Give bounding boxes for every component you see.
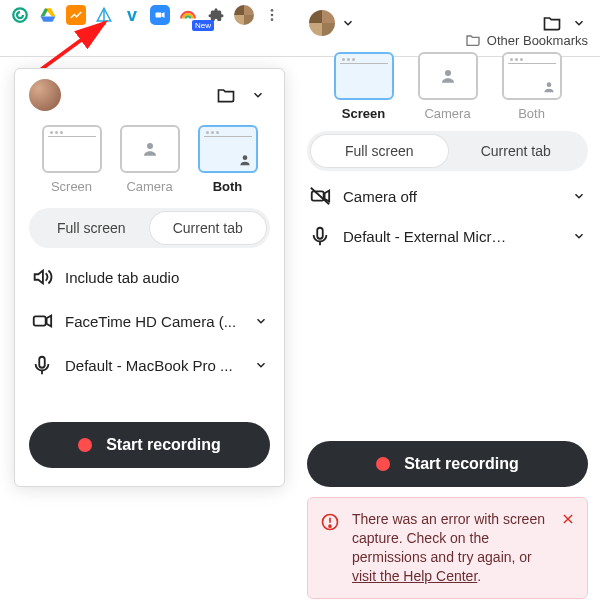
include-tab-audio-option[interactable]: Include tab audio (29, 262, 270, 292)
chevron-down-icon (572, 229, 586, 243)
mode-screen[interactable]: Screen (334, 52, 394, 121)
user-avatar[interactable] (29, 79, 61, 111)
svg-line-24 (311, 188, 329, 205)
svg-rect-16 (34, 316, 46, 325)
folder-button[interactable] (540, 12, 564, 34)
header-dropdown[interactable] (572, 16, 586, 30)
svg-marker-15 (35, 271, 43, 284)
seg-current-tab[interactable]: Current tab (150, 212, 267, 244)
svg-point-20 (445, 70, 451, 76)
seg-current-tab[interactable]: Current tab (448, 135, 585, 167)
recorder-popup-left: Screen Camera Both Full screen Current t… (14, 68, 285, 487)
camera-off-icon (309, 185, 331, 207)
capture-scope-segmented: Full screen Current tab (29, 208, 270, 248)
start-recording-button[interactable]: Start recording (29, 422, 270, 468)
start-recording-button[interactable]: Start recording (307, 441, 588, 487)
camera-icon (31, 310, 53, 332)
mode-camera[interactable]: Camera (418, 52, 478, 121)
chevron-down-icon (254, 358, 268, 372)
record-dot-icon (78, 438, 92, 452)
svg-rect-25 (317, 228, 323, 239)
seg-full-screen[interactable]: Full screen (311, 135, 448, 167)
mode-both[interactable]: Both (502, 52, 562, 121)
svg-point-29 (329, 526, 331, 528)
recorder-panel-right: Screen Camera Both Full screen Current t… (295, 0, 600, 609)
folder-button[interactable] (214, 84, 238, 106)
svg-point-14 (242, 155, 247, 160)
camera-option[interactable]: Camera off (307, 181, 588, 211)
chevron-down-icon (572, 189, 586, 203)
right-header (307, 6, 588, 42)
mode-screen[interactable]: Screen (42, 125, 102, 194)
capture-scope-segmented: Full screen Current tab (307, 131, 588, 171)
header-dropdown[interactable] (246, 84, 270, 106)
mic-option[interactable]: Default - MacBook Pro ... (29, 350, 270, 380)
svg-marker-17 (47, 316, 52, 327)
record-dot-icon (376, 457, 390, 471)
popup-header (29, 79, 270, 111)
error-text: There was an error with screen capture. … (352, 510, 547, 586)
error-icon (320, 512, 342, 586)
chevron-down-icon (254, 314, 268, 328)
svg-rect-18 (39, 357, 45, 368)
mode-camera[interactable]: Camera (120, 125, 180, 194)
seg-full-screen[interactable]: Full screen (33, 212, 150, 244)
mic-icon (309, 225, 331, 247)
svg-point-21 (546, 82, 551, 87)
mic-icon (31, 354, 53, 376)
error-banner: There was an error with screen capture. … (307, 497, 588, 599)
svg-point-13 (147, 143, 153, 149)
speaker-icon (31, 266, 53, 288)
mode-selector: Screen Camera Both (307, 52, 588, 121)
help-center-link[interactable]: visit the Help Center (352, 568, 477, 584)
user-menu-dropdown[interactable] (341, 16, 355, 30)
close-icon[interactable] (561, 512, 575, 586)
mic-option[interactable]: Default - External Micr… (307, 221, 588, 251)
mode-both[interactable]: Both (198, 125, 258, 194)
camera-option[interactable]: FaceTime HD Camera (... (29, 306, 270, 336)
user-avatar[interactable] (309, 10, 335, 36)
mode-selector: Screen Camera Both (29, 125, 270, 194)
